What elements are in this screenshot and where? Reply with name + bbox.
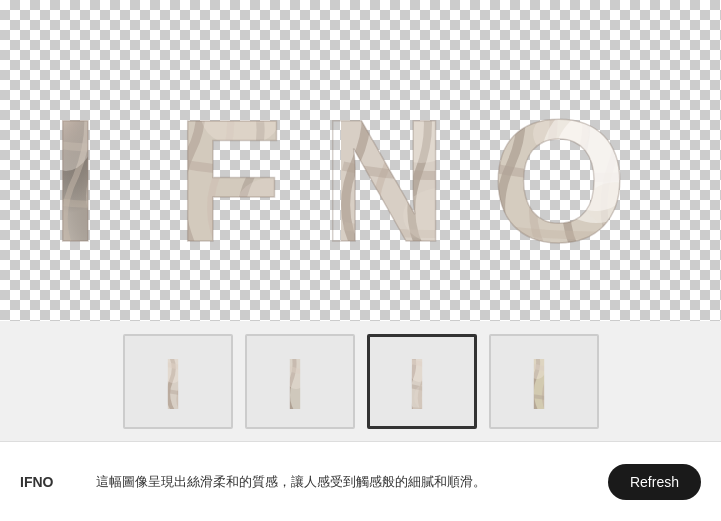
bottom-bar: IFNO 這幅圖像呈現出絲滑柔和的質感，讓人感受到觸感般的細膩和順滑。 Refr…: [0, 441, 721, 521]
thumbnail-2-preview: I: [281, 345, 319, 417]
svg-point-30: [284, 357, 308, 389]
svg-point-33: [408, 352, 430, 382]
bottom-description: 這幅圖像呈現出絲滑柔和的質感，讓人感受到觸感般的細膩和順滑。: [96, 472, 592, 492]
thumbnail-1[interactable]: I: [123, 334, 233, 429]
svg-point-37: [527, 351, 547, 379]
thumbnail-3[interactable]: I: [367, 334, 477, 429]
ifno-display: I F N O: [21, 56, 701, 266]
thumbnail-1-preview: I: [159, 345, 197, 417]
thumbnail-2[interactable]: I: [245, 334, 355, 429]
svg-point-27: [163, 355, 183, 383]
thumbnails-row: I I: [0, 321, 721, 441]
bottom-title: IFNO: [20, 474, 80, 490]
main-letters-svg: I F N O: [21, 56, 701, 266]
svg-text:N: N: [321, 83, 447, 266]
thumbnail-4[interactable]: I: [489, 334, 599, 429]
svg-text:F: F: [176, 83, 283, 266]
main-image-area: I F N O: [0, 0, 721, 321]
svg-point-34: [414, 385, 432, 409]
thumbnail-3-preview: I: [403, 345, 441, 417]
refresh-button[interactable]: Refresh: [608, 464, 701, 500]
svg-text:I: I: [51, 83, 100, 266]
thumbnail-4-preview: I: [525, 345, 563, 417]
svg-text:O: O: [491, 83, 627, 266]
